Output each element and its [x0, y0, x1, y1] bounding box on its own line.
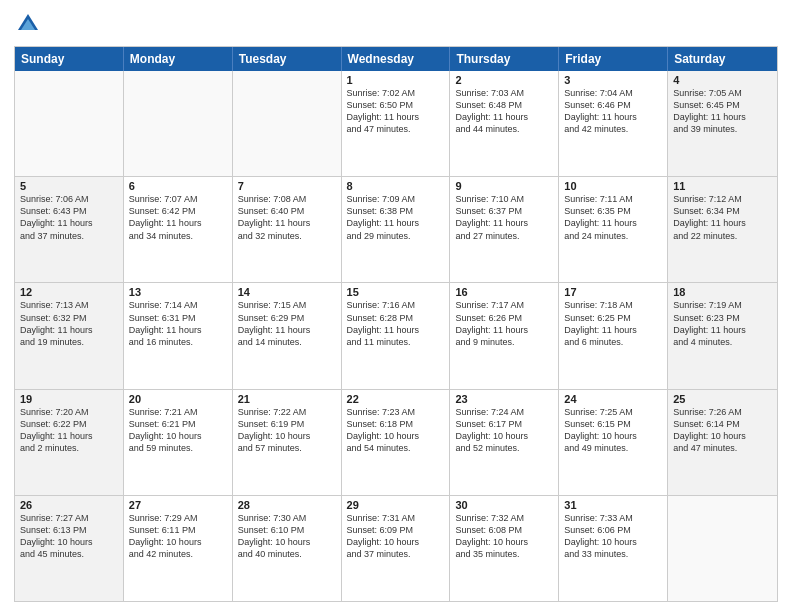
logo [14, 10, 46, 38]
calendar-cell: 16Sunrise: 7:17 AM Sunset: 6:26 PM Dayli… [450, 283, 559, 388]
logo-icon [14, 10, 42, 38]
calendar-cell: 23Sunrise: 7:24 AM Sunset: 6:17 PM Dayli… [450, 390, 559, 495]
calendar-cell: 4Sunrise: 7:05 AM Sunset: 6:45 PM Daylig… [668, 71, 777, 176]
calendar-header-cell: Monday [124, 47, 233, 71]
day-number: 22 [347, 393, 445, 405]
cell-info: Sunrise: 7:30 AM Sunset: 6:10 PM Dayligh… [238, 512, 336, 561]
cell-info: Sunrise: 7:18 AM Sunset: 6:25 PM Dayligh… [564, 299, 662, 348]
cell-info: Sunrise: 7:03 AM Sunset: 6:48 PM Dayligh… [455, 87, 553, 136]
cell-info: Sunrise: 7:24 AM Sunset: 6:17 PM Dayligh… [455, 406, 553, 455]
cell-info: Sunrise: 7:31 AM Sunset: 6:09 PM Dayligh… [347, 512, 445, 561]
cell-info: Sunrise: 7:04 AM Sunset: 6:46 PM Dayligh… [564, 87, 662, 136]
calendar-cell: 1Sunrise: 7:02 AM Sunset: 6:50 PM Daylig… [342, 71, 451, 176]
calendar: SundayMondayTuesdayWednesdayThursdayFrid… [14, 46, 778, 602]
calendar-cell: 15Sunrise: 7:16 AM Sunset: 6:28 PM Dayli… [342, 283, 451, 388]
day-number: 3 [564, 74, 662, 86]
calendar-cell: 24Sunrise: 7:25 AM Sunset: 6:15 PM Dayli… [559, 390, 668, 495]
cell-info: Sunrise: 7:11 AM Sunset: 6:35 PM Dayligh… [564, 193, 662, 242]
calendar-cell: 12Sunrise: 7:13 AM Sunset: 6:32 PM Dayli… [15, 283, 124, 388]
calendar-header-cell: Thursday [450, 47, 559, 71]
cell-info: Sunrise: 7:09 AM Sunset: 6:38 PM Dayligh… [347, 193, 445, 242]
calendar-row: 19Sunrise: 7:20 AM Sunset: 6:22 PM Dayli… [15, 390, 777, 496]
day-number: 25 [673, 393, 772, 405]
cell-info: Sunrise: 7:20 AM Sunset: 6:22 PM Dayligh… [20, 406, 118, 455]
cell-info: Sunrise: 7:29 AM Sunset: 6:11 PM Dayligh… [129, 512, 227, 561]
day-number: 10 [564, 180, 662, 192]
day-number: 5 [20, 180, 118, 192]
calendar-cell [124, 71, 233, 176]
day-number: 1 [347, 74, 445, 86]
day-number: 30 [455, 499, 553, 511]
calendar-cell: 9Sunrise: 7:10 AM Sunset: 6:37 PM Daylig… [450, 177, 559, 282]
day-number: 13 [129, 286, 227, 298]
calendar-cell: 22Sunrise: 7:23 AM Sunset: 6:18 PM Dayli… [342, 390, 451, 495]
day-number: 26 [20, 499, 118, 511]
cell-info: Sunrise: 7:08 AM Sunset: 6:40 PM Dayligh… [238, 193, 336, 242]
calendar-cell: 17Sunrise: 7:18 AM Sunset: 6:25 PM Dayli… [559, 283, 668, 388]
calendar-cell: 26Sunrise: 7:27 AM Sunset: 6:13 PM Dayli… [15, 496, 124, 601]
cell-info: Sunrise: 7:17 AM Sunset: 6:26 PM Dayligh… [455, 299, 553, 348]
day-number: 20 [129, 393, 227, 405]
day-number: 21 [238, 393, 336, 405]
calendar-cell: 20Sunrise: 7:21 AM Sunset: 6:21 PM Dayli… [124, 390, 233, 495]
calendar-cell: 25Sunrise: 7:26 AM Sunset: 6:14 PM Dayli… [668, 390, 777, 495]
calendar-row: 26Sunrise: 7:27 AM Sunset: 6:13 PM Dayli… [15, 496, 777, 601]
calendar-cell: 14Sunrise: 7:15 AM Sunset: 6:29 PM Dayli… [233, 283, 342, 388]
cell-info: Sunrise: 7:21 AM Sunset: 6:21 PM Dayligh… [129, 406, 227, 455]
calendar-cell: 31Sunrise: 7:33 AM Sunset: 6:06 PM Dayli… [559, 496, 668, 601]
calendar-body: 1Sunrise: 7:02 AM Sunset: 6:50 PM Daylig… [15, 71, 777, 601]
day-number: 16 [455, 286, 553, 298]
calendar-cell: 30Sunrise: 7:32 AM Sunset: 6:08 PM Dayli… [450, 496, 559, 601]
cell-info: Sunrise: 7:23 AM Sunset: 6:18 PM Dayligh… [347, 406, 445, 455]
cell-info: Sunrise: 7:16 AM Sunset: 6:28 PM Dayligh… [347, 299, 445, 348]
day-number: 19 [20, 393, 118, 405]
cell-info: Sunrise: 7:22 AM Sunset: 6:19 PM Dayligh… [238, 406, 336, 455]
header [14, 10, 778, 38]
day-number: 4 [673, 74, 772, 86]
calendar-header-row: SundayMondayTuesdayWednesdayThursdayFrid… [15, 47, 777, 71]
calendar-cell: 18Sunrise: 7:19 AM Sunset: 6:23 PM Dayli… [668, 283, 777, 388]
calendar-header-cell: Tuesday [233, 47, 342, 71]
cell-info: Sunrise: 7:33 AM Sunset: 6:06 PM Dayligh… [564, 512, 662, 561]
cell-info: Sunrise: 7:13 AM Sunset: 6:32 PM Dayligh… [20, 299, 118, 348]
cell-info: Sunrise: 7:02 AM Sunset: 6:50 PM Dayligh… [347, 87, 445, 136]
cell-info: Sunrise: 7:26 AM Sunset: 6:14 PM Dayligh… [673, 406, 772, 455]
cell-info: Sunrise: 7:07 AM Sunset: 6:42 PM Dayligh… [129, 193, 227, 242]
calendar-header-cell: Saturday [668, 47, 777, 71]
calendar-cell: 3Sunrise: 7:04 AM Sunset: 6:46 PM Daylig… [559, 71, 668, 176]
day-number: 29 [347, 499, 445, 511]
day-number: 28 [238, 499, 336, 511]
cell-info: Sunrise: 7:10 AM Sunset: 6:37 PM Dayligh… [455, 193, 553, 242]
day-number: 17 [564, 286, 662, 298]
calendar-header-cell: Sunday [15, 47, 124, 71]
day-number: 6 [129, 180, 227, 192]
calendar-cell: 19Sunrise: 7:20 AM Sunset: 6:22 PM Dayli… [15, 390, 124, 495]
cell-info: Sunrise: 7:12 AM Sunset: 6:34 PM Dayligh… [673, 193, 772, 242]
cell-info: Sunrise: 7:06 AM Sunset: 6:43 PM Dayligh… [20, 193, 118, 242]
calendar-cell: 11Sunrise: 7:12 AM Sunset: 6:34 PM Dayli… [668, 177, 777, 282]
calendar-row: 12Sunrise: 7:13 AM Sunset: 6:32 PM Dayli… [15, 283, 777, 389]
calendar-cell: 27Sunrise: 7:29 AM Sunset: 6:11 PM Dayli… [124, 496, 233, 601]
cell-info: Sunrise: 7:05 AM Sunset: 6:45 PM Dayligh… [673, 87, 772, 136]
calendar-row: 1Sunrise: 7:02 AM Sunset: 6:50 PM Daylig… [15, 71, 777, 177]
calendar-cell: 13Sunrise: 7:14 AM Sunset: 6:31 PM Dayli… [124, 283, 233, 388]
day-number: 24 [564, 393, 662, 405]
day-number: 11 [673, 180, 772, 192]
page: SundayMondayTuesdayWednesdayThursdayFrid… [0, 0, 792, 612]
calendar-cell: 2Sunrise: 7:03 AM Sunset: 6:48 PM Daylig… [450, 71, 559, 176]
calendar-cell [233, 71, 342, 176]
calendar-cell: 21Sunrise: 7:22 AM Sunset: 6:19 PM Dayli… [233, 390, 342, 495]
calendar-cell: 10Sunrise: 7:11 AM Sunset: 6:35 PM Dayli… [559, 177, 668, 282]
cell-info: Sunrise: 7:15 AM Sunset: 6:29 PM Dayligh… [238, 299, 336, 348]
cell-info: Sunrise: 7:32 AM Sunset: 6:08 PM Dayligh… [455, 512, 553, 561]
day-number: 27 [129, 499, 227, 511]
calendar-cell: 8Sunrise: 7:09 AM Sunset: 6:38 PM Daylig… [342, 177, 451, 282]
calendar-header-cell: Friday [559, 47, 668, 71]
day-number: 23 [455, 393, 553, 405]
cell-info: Sunrise: 7:25 AM Sunset: 6:15 PM Dayligh… [564, 406, 662, 455]
cell-info: Sunrise: 7:19 AM Sunset: 6:23 PM Dayligh… [673, 299, 772, 348]
day-number: 2 [455, 74, 553, 86]
calendar-cell: 5Sunrise: 7:06 AM Sunset: 6:43 PM Daylig… [15, 177, 124, 282]
calendar-header-cell: Wednesday [342, 47, 451, 71]
cell-info: Sunrise: 7:14 AM Sunset: 6:31 PM Dayligh… [129, 299, 227, 348]
